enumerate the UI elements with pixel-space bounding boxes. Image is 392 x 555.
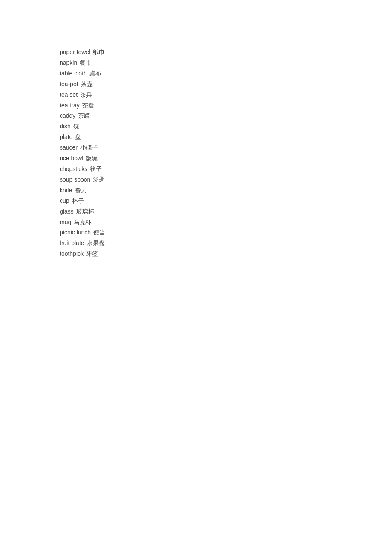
english-word: rice bowl (60, 153, 83, 164)
chinese-translation: 牙签 (86, 249, 98, 259)
list-item: caddy茶罐 (60, 110, 392, 121)
chinese-translation: 便当 (93, 227, 105, 238)
vocabulary-list: paper towel纸巾napkin餐巾table cloth桌布tea-po… (60, 47, 392, 259)
main-content: paper towel纸巾napkin餐巾table cloth桌布tea-po… (0, 0, 392, 259)
english-word: picnic lunch (60, 227, 91, 238)
chinese-translation: 小碟子 (80, 142, 98, 153)
chinese-translation: 玻璃杯 (76, 206, 94, 217)
chinese-translation: 餐刀 (75, 185, 87, 196)
chinese-translation: 碟 (73, 121, 79, 132)
chinese-translation: 纸巾 (93, 47, 105, 58)
chinese-translation: 筷子 (90, 164, 102, 174)
english-word: paper towel (60, 47, 90, 58)
list-item: mug马克杯 (60, 217, 392, 228)
chinese-translation: 茶具 (80, 90, 92, 100)
english-word: napkin (60, 58, 77, 68)
chinese-translation: 餐巾 (80, 58, 92, 68)
list-item: fruit plate水果盘 (60, 238, 392, 249)
list-item: dish碟 (60, 121, 392, 132)
english-word: mug (60, 217, 71, 228)
chinese-translation: 盘 (75, 132, 81, 142)
list-item: tea set茶具 (60, 90, 392, 100)
english-word: fruit plate (60, 238, 84, 249)
english-word: tea tray (60, 100, 80, 111)
english-word: dish (60, 121, 71, 132)
list-item: tea tray茶盘 (60, 100, 392, 111)
english-word: soup spoon (60, 174, 90, 185)
english-word: tea set (60, 90, 78, 100)
list-item: rice bowl饭碗 (60, 153, 392, 164)
chinese-translation: 茶壶 (81, 79, 93, 90)
chinese-translation: 汤匙 (93, 174, 105, 185)
chinese-translation: 马克杯 (74, 217, 92, 228)
list-item: glass玻璃杯 (60, 206, 392, 217)
chinese-translation: 茶罐 (78, 110, 90, 121)
english-word: plate (60, 132, 72, 142)
english-word: tea-pot (60, 79, 78, 90)
list-item: napkin餐巾 (60, 58, 392, 68)
list-item: chopsticks筷子 (60, 164, 392, 174)
english-word: caddy (60, 110, 75, 121)
list-item: saucer小碟子 (60, 142, 392, 153)
chinese-translation: 水果盘 (87, 238, 105, 249)
list-item: plate盘 (60, 132, 392, 142)
english-word: glass (60, 206, 74, 217)
english-word: cup (60, 196, 69, 206)
list-item: tea-pot茶壶 (60, 79, 392, 90)
english-word: toothpick (60, 249, 84, 259)
english-word: knife (60, 185, 72, 196)
chinese-translation: 杯子 (72, 196, 84, 206)
list-item: paper towel纸巾 (60, 47, 392, 58)
list-item: soup spoon汤匙 (60, 174, 392, 185)
list-item: picnic lunch便当 (60, 227, 392, 238)
english-word: chopsticks (60, 164, 87, 174)
chinese-translation: 桌布 (89, 68, 101, 79)
english-word: saucer (60, 142, 78, 153)
list-item: toothpick牙签 (60, 249, 392, 259)
english-word: table cloth (60, 68, 87, 79)
chinese-translation: 茶盘 (82, 100, 94, 111)
chinese-translation: 饭碗 (86, 153, 98, 164)
list-item: cup杯子 (60, 196, 392, 206)
list-item: knife餐刀 (60, 185, 392, 196)
list-item: table cloth桌布 (60, 68, 392, 79)
